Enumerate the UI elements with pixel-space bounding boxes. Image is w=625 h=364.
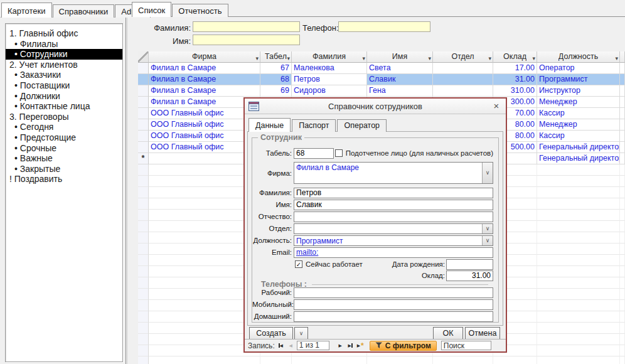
filter-arrow-icon[interactable]: ▾ bbox=[615, 53, 618, 63]
tab-spravochniki[interactable]: Справочники bbox=[53, 4, 115, 18]
phone-filter-input[interactable] bbox=[338, 21, 430, 32]
filter-arrow-icon[interactable]: ▾ bbox=[362, 53, 365, 63]
new-record-icon[interactable]: ▶* bbox=[356, 341, 365, 350]
table-cell-dolzhnost[interactable]: Менеджер bbox=[537, 97, 620, 108]
table-cell-dolzhnost[interactable]: Кассир bbox=[537, 131, 620, 142]
ok-button[interactable]: ОК bbox=[433, 327, 463, 340]
sidebar-item[interactable]: 3. Переговоры bbox=[6, 112, 122, 122]
dialog-titlebar[interactable]: Справочник сотрудников × bbox=[245, 99, 506, 114]
table-cell-imya[interactable]: Света bbox=[367, 63, 433, 74]
table-cell-dolzhnost[interactable]: Инструктор bbox=[537, 85, 620, 97]
column-header-firma[interactable]: Фирма▾ bbox=[149, 51, 260, 63]
lastname-filter-input[interactable] bbox=[193, 21, 300, 32]
filter-arrow-icon[interactable]: ▾ bbox=[488, 53, 491, 63]
table-cell-otdel[interactable] bbox=[433, 85, 493, 97]
email-input[interactable]: mailto: bbox=[294, 247, 493, 258]
table-cell-tabel[interactable]: 68 bbox=[260, 74, 292, 85]
filter-arrow-icon[interactable]: ▾ bbox=[428, 53, 431, 63]
record-selector[interactable] bbox=[138, 119, 149, 131]
filter-arrow-icon[interactable]: ▾ bbox=[532, 53, 535, 63]
dialog-tab-operator[interactable]: Оператор bbox=[337, 119, 387, 132]
navigation-listbox[interactable]: 1. Главный офис• Филиалы• Сотрудники2. У… bbox=[5, 23, 123, 362]
sidebar-item[interactable]: • Сегодня bbox=[6, 122, 122, 132]
otdel-combobox[interactable]: ∨ bbox=[294, 223, 493, 234]
dolzhnost-combobox[interactable]: Программист ∨ bbox=[294, 235, 493, 246]
record-position[interactable]: 1 из 1 bbox=[297, 341, 329, 350]
dialog-tab-pasport[interactable]: Паспорт bbox=[292, 119, 336, 132]
first-record-icon[interactable]: ◀ bbox=[277, 341, 285, 350]
record-selector[interactable] bbox=[138, 131, 149, 142]
tab-spisok[interactable]: Список bbox=[132, 2, 171, 17]
dolzhnost-dropdown-icon[interactable]: ∨ bbox=[482, 236, 493, 245]
tab-kartoteki[interactable]: Картотеки bbox=[1, 3, 52, 18]
table-cell-dolzhnost[interactable]: Программист bbox=[537, 74, 620, 85]
record-selector[interactable]: * bbox=[138, 153, 149, 164]
column-header-oklad[interactable]: Оклад▾ bbox=[493, 51, 537, 63]
firma-combobox[interactable]: Филиал в Самаре ∨ bbox=[294, 162, 493, 184]
otdel-dropdown-icon[interactable]: ∨ bbox=[482, 224, 493, 233]
home-phone-input[interactable] bbox=[294, 311, 493, 322]
sidebar-item[interactable]: • Заказчики bbox=[6, 70, 122, 80]
panel-splitter[interactable] bbox=[126, 18, 127, 364]
table-cell-imya[interactable]: Гена bbox=[367, 85, 433, 97]
record-selector[interactable] bbox=[138, 142, 149, 153]
close-icon[interactable]: × bbox=[491, 100, 502, 112]
next-record-icon[interactable]: ▶ bbox=[336, 341, 345, 350]
table-cell-dolzhnost[interactable]: Кассир bbox=[537, 108, 620, 119]
works-checkbox[interactable]: ✓ bbox=[295, 260, 302, 268]
table-cell-oklad[interactable]: 310.00 bbox=[493, 85, 537, 97]
record-selector[interactable] bbox=[138, 108, 149, 119]
birthdate-input[interactable] bbox=[446, 259, 493, 270]
create-dropdown-icon[interactable]: ∨ bbox=[294, 327, 308, 340]
sidebar-item[interactable]: 2. Учет клиентов bbox=[6, 60, 122, 70]
table-cell-oklad[interactable]: 31.00 bbox=[493, 74, 537, 85]
tab-otchetnost[interactable]: Отчетность bbox=[172, 4, 228, 17]
table-cell-otdel[interactable] bbox=[433, 63, 493, 74]
table-cell-dolzhnost[interactable]: Генеральный директор bbox=[537, 142, 620, 153]
sidebar-item[interactable]: • Срочные bbox=[6, 143, 122, 154]
sidebar-item[interactable]: • Должники bbox=[6, 91, 122, 102]
otchestvo-input[interactable] bbox=[294, 211, 493, 222]
table-cell-familia[interactable]: Петров bbox=[292, 74, 367, 85]
last-record-icon[interactable]: ▶ bbox=[346, 341, 355, 350]
firma-dropdown-icon[interactable]: ∨ bbox=[482, 163, 493, 183]
filter-toggle-button[interactable]: С фильтром bbox=[370, 341, 437, 351]
filter-arrow-icon[interactable]: ▾ bbox=[255, 53, 259, 63]
sidebar-item[interactable]: • Поставщики bbox=[6, 80, 122, 91]
work-phone-input[interactable] bbox=[294, 287, 493, 298]
record-selector[interactable] bbox=[138, 63, 149, 74]
sidebar-item[interactable]: • Предстоящие bbox=[6, 132, 122, 143]
table-cell-dolzhnost[interactable]: Генеральный директор bbox=[537, 153, 620, 164]
familia-input[interactable] bbox=[294, 188, 493, 198]
table-cell-firma[interactable]: Филиал в Самаре bbox=[149, 63, 260, 74]
sidebar-item[interactable]: 1. Главный офис bbox=[6, 28, 122, 39]
table-cell-familia[interactable]: Сидоров bbox=[292, 85, 367, 97]
mobile-phone-input[interactable] bbox=[294, 299, 493, 310]
dialog-tab-dannye[interactable]: Данные bbox=[248, 118, 291, 132]
table-cell-otdel[interactable] bbox=[433, 74, 493, 85]
previous-record-icon[interactable]: ◀ bbox=[287, 341, 295, 350]
table-cell-tabel[interactable]: 69 bbox=[260, 85, 292, 97]
column-header-familia[interactable]: Фамилия▾ bbox=[292, 51, 367, 63]
record-selector[interactable] bbox=[138, 97, 149, 108]
record-selector[interactable] bbox=[138, 74, 149, 85]
sidebar-item[interactable]: ! Поздравить bbox=[6, 174, 122, 185]
sidebar-item[interactable]: • Филиалы bbox=[6, 39, 122, 50]
column-header-dolzhnost[interactable]: Должность▾ bbox=[537, 51, 620, 63]
email-link[interactable]: mailto: bbox=[296, 248, 318, 257]
table-cell-firma[interactable]: Филиал в Самаре bbox=[149, 74, 260, 85]
firstname-filter-input[interactable] bbox=[193, 35, 300, 45]
table-cell-imya[interactable]: Славик bbox=[367, 74, 433, 85]
podotchet-checkbox[interactable] bbox=[335, 149, 343, 157]
column-header-tabel[interactable]: Табел▾ bbox=[260, 51, 292, 63]
tabel-input[interactable] bbox=[294, 148, 334, 159]
filter-arrow-icon[interactable]: ▾ bbox=[287, 53, 290, 63]
sidebar-item[interactable]: • Контактные лица bbox=[6, 101, 122, 112]
table-cell-dolzhnost[interactable]: Оператор bbox=[537, 63, 620, 74]
table-cell-dolzhnost[interactable]: Менеджер bbox=[537, 119, 620, 131]
imya-input[interactable] bbox=[294, 200, 493, 210]
table-cell-oklad[interactable]: 17.00 bbox=[493, 63, 537, 74]
record-selector[interactable] bbox=[138, 85, 149, 97]
table-cell-firma[interactable]: Филиал в Самаре bbox=[149, 85, 260, 97]
table-cell-familia[interactable]: Маленкова bbox=[292, 63, 367, 74]
